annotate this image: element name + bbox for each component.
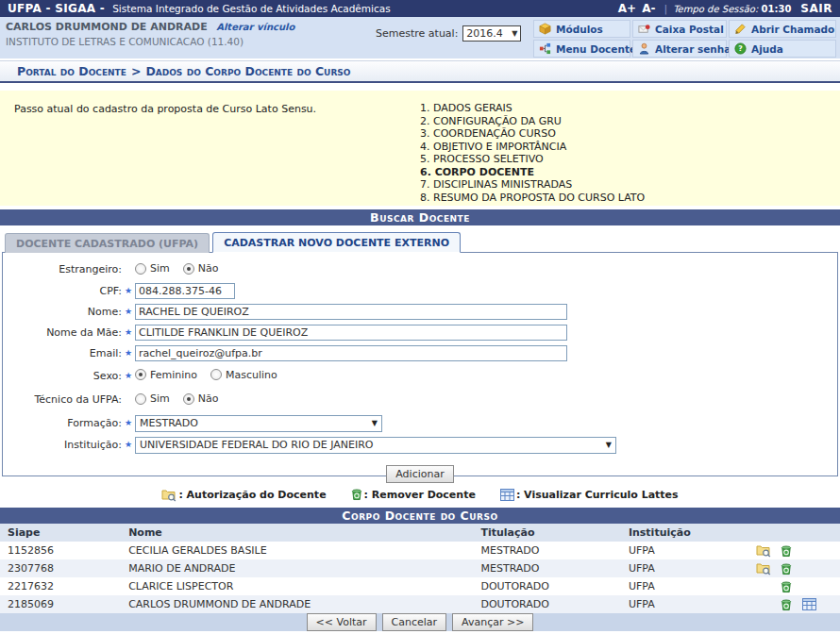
header-button-abrir-chamado[interactable]: Abrir Chamado	[729, 20, 836, 38]
radio-icon[interactable]	[135, 263, 146, 275]
radio-option-nao[interactable]: Não	[183, 392, 219, 405]
tab-docente-cadastrado[interactable]: DOCENTE CADASTRADO (UFPA)	[5, 233, 210, 253]
empty-action-slot	[798, 561, 820, 576]
email-field[interactable]	[135, 345, 567, 361]
wizard-steps: 1. DADOS GERAIS2. CONFIGURAÇÃO DA GRU3. …	[420, 102, 645, 204]
radio-icon[interactable]	[183, 393, 194, 405]
remover-icon	[351, 488, 362, 501]
header-button-label: Módulos	[556, 24, 603, 35]
semester-select[interactable]: 2016.4 ▼	[462, 25, 521, 42]
remover-docente-button[interactable]	[775, 598, 798, 611]
wizard-step-6: 6. CORPO DOCENTE	[420, 166, 645, 179]
change-bond-link[interactable]: Alterar vínculo	[216, 22, 294, 32]
breadcrumb-root[interactable]: Portal do Docente	[17, 64, 126, 78]
header-button-menu-docente[interactable]: Menu Docente	[533, 40, 630, 58]
cell-instituicao: UFPA	[621, 542, 745, 559]
voltar-button[interactable]: << Voltar	[307, 613, 377, 631]
required-icon: ★	[122, 417, 135, 429]
legend-row: : Autorização do Docente: Remover Docent…	[0, 485, 840, 504]
visualizar-lattes-button[interactable]	[798, 598, 820, 611]
cell-siape: 2307768	[0, 559, 121, 577]
instituicao-select[interactable]: UNIVERSIDADE FEDERAL DO RIO DE JANEIRO ▼	[135, 437, 616, 454]
avancar-button[interactable]: Avançar >>	[452, 613, 533, 631]
font-increase-button[interactable]: A+	[618, 2, 636, 15]
autorizar-docente-button[interactable]	[752, 561, 775, 576]
sexo-radio-group: FemininoMasculino	[135, 369, 291, 384]
wizard-intro: Passo atual do cadastro da proposta de C…	[14, 103, 316, 115]
header-button-modulos[interactable]: Módulos	[533, 20, 630, 38]
cell-siape: 2185069	[0, 595, 121, 613]
radio-option-label: Sim	[150, 262, 170, 275]
header-buttons: MódulosCaixa PostalAbrir ChamadoMenu Doc…	[533, 20, 836, 58]
row-actions	[752, 580, 832, 593]
topbar-divider: |	[664, 3, 667, 15]
radio-option-label: Sim	[150, 392, 170, 405]
radio-option-sim[interactable]: Sim	[135, 262, 170, 275]
cell-actions	[745, 559, 840, 577]
autorizar-docente-button[interactable]	[752, 543, 775, 558]
radio-option-sim[interactable]: Sim	[135, 392, 170, 405]
remover-docente-button[interactable]	[775, 580, 798, 593]
cpf-label: CPF:	[3, 285, 122, 297]
instituicao-label: Instituição:	[3, 439, 122, 451]
row-actions	[752, 561, 832, 576]
cpf-field[interactable]	[135, 283, 235, 299]
sexo-label: Sexo:	[3, 370, 122, 382]
cell-actions	[745, 577, 840, 595]
header-button-alterar-senha[interactable]: Alterar senha	[632, 40, 727, 58]
logout-button[interactable]: SAIR	[800, 2, 832, 15]
radio-icon[interactable]	[183, 263, 194, 275]
session-timer: Tempo de Sessão: 01:30	[673, 4, 791, 14]
cell-instituicao: UFPA	[621, 595, 745, 613]
breadcrumb-separator: >	[131, 64, 141, 78]
nome-field[interactable]	[135, 304, 567, 320]
autorizacao-icon	[756, 543, 771, 558]
tab-cadastrar-docente-externo[interactable]: CADASTRAR NOVO DOCENTE EXTERNO	[212, 232, 461, 253]
table-row: 2217632CLARICE LISPECTORDOUTORADOUFPA	[0, 577, 840, 595]
nome-mae-field[interactable]	[135, 325, 567, 341]
session-label: Tempo de Sessão:	[673, 4, 758, 14]
cell-titulacao: MESTRADO	[473, 542, 620, 559]
faculty-table-header-row: Siape Nome Titulação Instituição	[0, 524, 840, 542]
radio-icon[interactable]	[135, 369, 146, 380]
modules-icon	[539, 23, 551, 35]
search-tabs: DOCENTE CADASTRADO (UFPA) CADASTRAR NOVO…	[0, 231, 840, 253]
radio-icon[interactable]	[135, 393, 146, 405]
external-docente-form: Estrangeiro: SimNão CPF: ★ Nome: ★ Nome …	[2, 252, 838, 476]
cancelar-button[interactable]: Cancelar	[382, 613, 447, 631]
header-button-caixa-postal[interactable]: Caixa Postal	[632, 20, 727, 38]
open-ticket-icon	[734, 23, 747, 35]
change-password-icon	[638, 42, 650, 55]
form-row-nome: Nome: ★	[3, 304, 837, 320]
adicionar-button[interactable]: Adicionar	[386, 465, 453, 483]
cell-titulacao: DOUTORADO	[473, 595, 620, 613]
radio-icon[interactable]	[210, 369, 222, 380]
legend-visualizar-curriculo-lattes: : Visualizar Curriculo Lattes	[500, 489, 679, 501]
lattes-icon	[802, 598, 816, 610]
cell-instituicao: UFPA	[621, 559, 745, 577]
radio-option-feminino[interactable]: Feminino	[135, 369, 197, 381]
font-decrease-button[interactable]: A-	[642, 2, 655, 15]
nome-label: Nome:	[3, 306, 122, 318]
faculty-table-body: 1152856CECILIA GERALDES BASILEMESTRADOUF…	[0, 542, 840, 613]
formacao-select[interactable]: MESTRADO ▼	[135, 415, 382, 432]
header-button-label: Ajuda	[751, 43, 783, 55]
header-button-ajuda[interactable]: ?Ajuda	[729, 40, 836, 58]
session-time: 01:30	[762, 4, 792, 14]
radio-option-masculino[interactable]: Masculino	[210, 369, 277, 381]
wizard-step-2: 2. CONFIGURAÇÃO DA GRU	[420, 115, 645, 128]
cell-titulacao: DOUTORADO	[473, 577, 620, 595]
autorizacao-icon	[756, 561, 771, 576]
wizard-step-4: 4. OBJETIVO E IMPORTÂNCIA	[420, 141, 645, 154]
faculty-table-title: Corpo Docente do Curso	[0, 508, 840, 524]
required-icon: ★	[122, 285, 135, 297]
radio-option-nao[interactable]: Não	[183, 262, 219, 275]
wizard-step-5: 5. PROCESSO SELETIVO	[420, 153, 645, 166]
legend-label: : Autorização do Docente	[178, 489, 326, 501]
remover-icon	[781, 562, 792, 576]
instituicao-value: UNIVERSIDADE FEDERAL DO RIO DE JANEIRO	[140, 439, 374, 451]
faculty-table: Siape Nome Titulação Instituição 1152856…	[0, 524, 840, 613]
remover-docente-button[interactable]	[775, 543, 798, 558]
remover-docente-button[interactable]	[775, 561, 798, 576]
top-bar: UFPA - SIGAA - Sistema Integrado de Gest…	[0, 0, 840, 17]
